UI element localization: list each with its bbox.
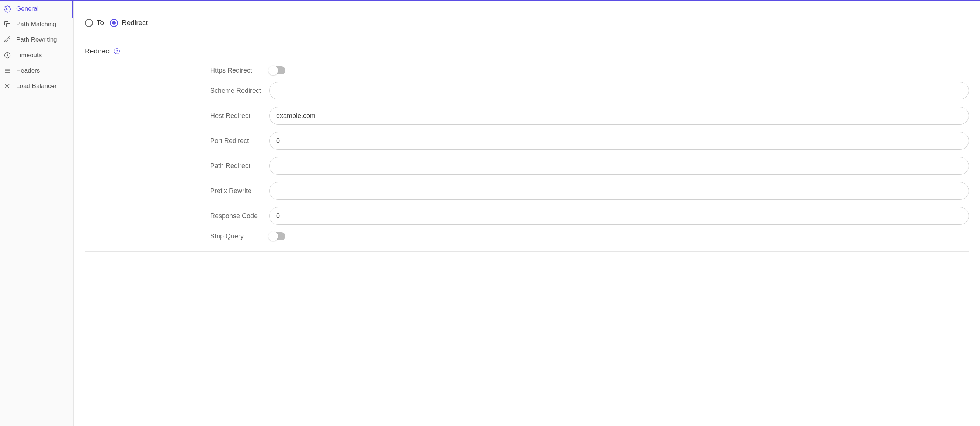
form-row-port-redirect: Port Redirect [210, 132, 969, 149]
prefix-rewrite-control [269, 182, 969, 200]
scheme-redirect-control [269, 82, 969, 100]
main-content: To Redirect Redirect ? Https Redirect Sc… [74, 1, 980, 426]
form-row-https-redirect: Https Redirect [210, 66, 969, 75]
sidebar-item-timeouts[interactable]: Timeouts [0, 48, 73, 63]
form-row-response-code: Response Code [210, 207, 969, 225]
radio-to[interactable] [85, 19, 93, 27]
svg-rect-1 [6, 24, 10, 27]
https-redirect-toggle[interactable] [269, 66, 285, 75]
prefix-rewrite-label: Prefix Rewrite [210, 187, 269, 195]
https-redirect-control [269, 66, 969, 75]
form-row-scheme-redirect: Scheme Redirect [210, 82, 969, 100]
sidebar-item-label: Path Matching [16, 21, 56, 28]
form-row-host-redirect: Host Redirect [210, 107, 969, 124]
route-type-radio-row: To Redirect [85, 19, 969, 27]
radio-redirect-label: Redirect [122, 19, 148, 27]
sidebar-item-label: Headers [16, 67, 40, 75]
gear-icon [4, 5, 11, 13]
host-redirect-input[interactable] [269, 107, 969, 124]
layout: General Path Matching Path Rewriting Tim… [0, 1, 980, 426]
radio-to-label: To [97, 19, 104, 27]
sidebar-item-label: General [16, 5, 38, 13]
sidebar-item-general[interactable]: General [0, 1, 73, 17]
strip-query-toggle[interactable] [269, 232, 285, 240]
redirect-form: Https Redirect Scheme Redirect Host Redi… [85, 66, 969, 240]
form-row-strip-query: Strip Query [210, 232, 969, 240]
response-code-input[interactable] [269, 207, 969, 225]
response-code-label: Response Code [210, 212, 269, 220]
clock-icon [4, 52, 11, 59]
prefix-rewrite-input[interactable] [269, 182, 969, 200]
sidebar-item-path-rewriting[interactable]: Path Rewriting [0, 32, 73, 48]
path-redirect-input[interactable] [269, 157, 969, 175]
bottom-divider [85, 251, 969, 252]
sidebar-item-headers[interactable]: Headers [0, 63, 73, 78]
section-title-text: Redirect [85, 47, 111, 55]
form-row-prefix-rewrite: Prefix Rewrite [210, 182, 969, 200]
radio-group-redirect[interactable]: Redirect [110, 19, 148, 27]
scheme-redirect-input[interactable] [269, 82, 969, 100]
section-title: Redirect ? [85, 47, 969, 55]
host-redirect-label: Host Redirect [210, 112, 269, 120]
sidebar-item-load-balancer[interactable]: Load Balancer [0, 78, 73, 94]
port-redirect-control [269, 132, 969, 149]
help-icon[interactable]: ? [114, 48, 120, 54]
radio-redirect[interactable] [110, 19, 118, 27]
path-redirect-control [269, 157, 969, 175]
svg-point-0 [6, 8, 8, 10]
shuffle-icon [4, 83, 11, 90]
strip-query-label: Strip Query [210, 232, 269, 240]
sidebar-item-path-matching[interactable]: Path Matching [0, 17, 73, 32]
https-redirect-label: Https Redirect [210, 67, 269, 75]
scheme-redirect-label: Scheme Redirect [210, 87, 269, 95]
copy-icon [4, 21, 11, 28]
response-code-control [269, 207, 969, 225]
sidebar: General Path Matching Path Rewriting Tim… [0, 1, 74, 426]
sidebar-item-label: Load Balancer [16, 83, 57, 90]
sidebar-item-label: Timeouts [16, 52, 42, 59]
host-redirect-control [269, 107, 969, 124]
port-redirect-input[interactable] [269, 132, 969, 149]
path-redirect-label: Path Redirect [210, 162, 269, 170]
form-row-path-redirect: Path Redirect [210, 157, 969, 175]
lines-icon [4, 67, 11, 75]
port-redirect-label: Port Redirect [210, 137, 269, 145]
sidebar-item-label: Path Rewriting [16, 36, 57, 43]
pencil-icon [4, 36, 11, 43]
strip-query-control [269, 232, 969, 240]
radio-group-to[interactable]: To [85, 19, 104, 27]
